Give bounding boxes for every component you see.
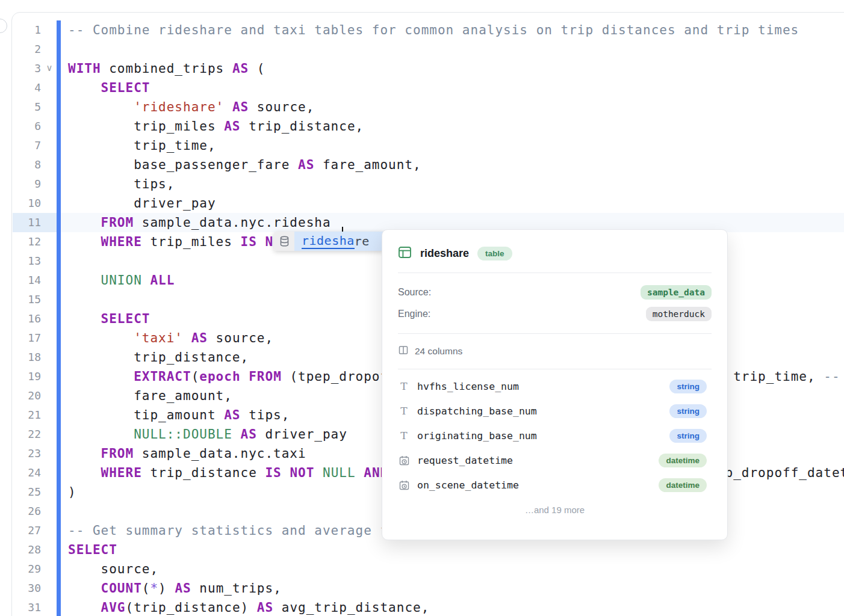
line-number: 24 [12, 463, 41, 482]
divider [398, 333, 712, 334]
line-number: 11 [12, 213, 41, 232]
code-line[interactable]: driver_pay [68, 194, 844, 213]
line-number: 26 [12, 502, 41, 521]
calendar-clock-icon [398, 479, 410, 491]
calendar-clock-icon [398, 455, 410, 466]
code-line[interactable]: AVG(trip_distance) AS avg_trip_distance, [68, 598, 844, 616]
table-info-popover: rideshare table Source: sample_data Engi… [382, 229, 728, 540]
line-number: 16 [12, 309, 41, 328]
line-number: 30 [12, 579, 41, 598]
column-row: Toriginating_base_numstring [398, 424, 712, 448]
column-type-badge: string [669, 380, 707, 393]
column-row: Thvfhs_license_numstring [398, 374, 712, 399]
line-number: 2 [12, 40, 41, 59]
divider [398, 369, 712, 369]
code-line[interactable]: WITH combined_trips AS ( [68, 59, 844, 78]
autocomplete-match-text: ridesha [302, 233, 355, 249]
source-label: Source: [398, 287, 431, 298]
columns-count-text: 24 columns [415, 346, 462, 357]
text-type-icon: T [398, 381, 410, 392]
code-line[interactable]: 'rideshare' AS source, [68, 97, 844, 117]
columns-count-row: 24 columns [398, 344, 712, 359]
more-columns-text: …and 19 more [398, 505, 712, 515]
line-number: 18 [12, 348, 41, 367]
line-number-gutter: 1234567891011121314151617181920212223242… [12, 20, 41, 616]
code-line[interactable] [68, 40, 844, 59]
engine-row: Engine: motherduck [398, 305, 712, 323]
column-name: hvfhs_license_num [417, 381, 669, 392]
column-type-badge: datetime [659, 454, 707, 467]
line-number: 12 [12, 232, 41, 251]
source-value-badge: sample_data [641, 285, 712, 300]
line-number: 28 [12, 540, 41, 559]
column-row: request_datetimedatetime [398, 448, 712, 473]
line-number: 23 [12, 444, 41, 463]
code-line[interactable]: SELECT [68, 78, 844, 97]
line-number: 4 [12, 78, 41, 97]
text-type-icon: T [398, 431, 410, 441]
code-line[interactable]: trip_time, [68, 136, 844, 155]
autocomplete-label: rideshare [294, 232, 385, 251]
column-type-badge: string [669, 404, 707, 418]
line-number: 21 [12, 405, 41, 425]
engine-value-badge: motherduck [646, 307, 712, 321]
autocomplete-suggestion[interactable]: rideshare [274, 232, 385, 251]
code-line[interactable]: COUNT(*) AS num_trips, [68, 579, 844, 598]
column-row: Tdispatching_base_numstring [398, 399, 712, 424]
sql-editor-screen: 1234567891011121314151617181920212223242… [0, 0, 844, 616]
code-line[interactable]: trip_miles AS trip_distance, [68, 117, 844, 136]
column-type-badge: string [669, 429, 707, 443]
line-number: 1 [12, 20, 41, 40]
line-number: 14 [12, 271, 41, 290]
panel-collapse-handle[interactable] [0, 19, 7, 33]
autocomplete-rest-text: re [355, 234, 370, 248]
line-number: 20 [12, 386, 41, 405]
line-number: 6 [12, 117, 41, 136]
line-number: 22 [12, 425, 41, 444]
table-name: rideshare [420, 247, 469, 260]
columns-list: Thvfhs_license_numstringTdispatching_bas… [398, 374, 712, 497]
line-number: 8 [12, 155, 41, 174]
code-line[interactable]: -- Combine rideshare and taxi tables for… [68, 20, 844, 40]
column-name: dispatching_base_num [417, 405, 669, 417]
code-line[interactable]: tips, [68, 174, 844, 194]
fold-chevron-icon[interactable]: ∨ [43, 59, 55, 78]
column-row: on_scene_datetimedatetime [398, 473, 712, 497]
engine-label: Engine: [398, 309, 430, 319]
column-type-badge: datetime [659, 478, 707, 492]
line-number: 17 [12, 328, 41, 348]
code-line[interactable]: base_passenger_fare AS fare_amount, [68, 155, 844, 174]
line-number: 27 [12, 521, 41, 540]
line-number: 10 [12, 194, 41, 213]
source-row: Source: sample_data [398, 283, 712, 301]
line-number: 29 [12, 559, 41, 579]
table-type-badge: table [477, 247, 512, 260]
line-number: 31 [12, 598, 41, 616]
table-icon [398, 245, 412, 262]
popover-header: rideshare table [398, 244, 712, 262]
line-number: 7 [12, 136, 41, 155]
column-name: request_datetime [417, 455, 659, 466]
columns-icon [398, 345, 409, 358]
line-number: 5 [12, 97, 41, 117]
line-number: 9 [12, 174, 41, 194]
line-number: 13 [12, 251, 41, 271]
line-number: 3 [12, 59, 41, 78]
column-name: originating_base_num [417, 430, 669, 442]
database-icon [274, 232, 294, 251]
line-number: 15 [12, 290, 41, 309]
code-line[interactable]: source, [68, 559, 844, 579]
divider [398, 273, 712, 273]
code-line[interactable]: SELECT [68, 540, 844, 559]
line-number: 19 [12, 367, 41, 386]
column-name: on_scene_datetime [417, 479, 659, 491]
line-number: 25 [12, 482, 41, 502]
text-type-icon: T [398, 406, 410, 416]
change-indicator-bar [57, 20, 61, 616]
